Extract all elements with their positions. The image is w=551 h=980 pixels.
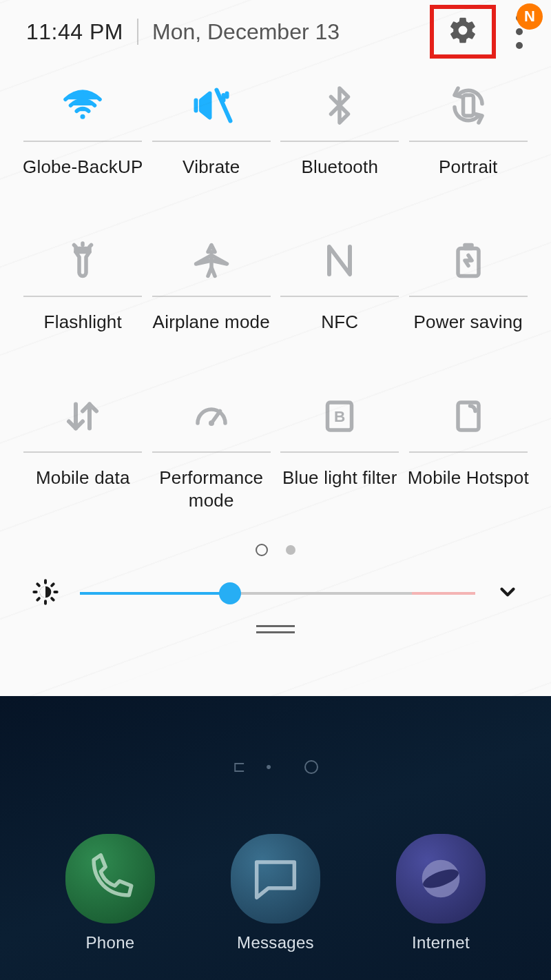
rotate-icon [409,70,528,141]
data-arrows-icon [23,381,142,451]
tile-nfc[interactable]: NFC [279,225,401,334]
tile-label: Performance mode [151,467,273,513]
vibrate-icon [152,70,271,141]
home-indicator-glyph: ⊏ • [233,758,280,776]
app-label: Messages [237,933,314,952]
tile-label: Airplane mode [153,311,270,334]
app-phone[interactable]: Phone [65,834,155,952]
home-page-dot [304,760,318,774]
wifi-icon [23,70,142,141]
panel-header: 11:44 PM Mon, December 13 N [0,0,551,63]
bluetooth-icon [280,70,399,141]
home-page-indicator[interactable]: ⊏ • [0,696,551,776]
page-dot [286,545,295,555]
notification-badge: N [517,3,543,30]
brightness-slider[interactable] [80,582,475,604]
battery-recycle-icon [409,225,528,296]
quick-settings-panel: 11:44 PM Mon, December 13 N [0,0,551,696]
app-label: Phone [86,933,135,952]
blue-light-icon: B [280,381,399,451]
tile-rotation[interactable]: Portrait [408,70,530,178]
tile-sound[interactable]: Vibrate [151,70,273,178]
svg-text:B: B [334,407,345,425]
brightness-icon [32,578,59,609]
tile-mobile-data[interactable]: Mobile data [22,381,144,513]
clock-time: 11:44 PM [26,19,123,45]
panel-drag-handle[interactable] [256,625,295,633]
tile-power-saving[interactable]: Power saving [408,225,530,334]
tile-blue-light[interactable]: B Blue light filter [279,381,401,513]
clock-date: Mon, December 13 [152,19,340,45]
tile-label: Mobile data [36,467,130,489]
gauge-icon [152,381,271,451]
app-messages[interactable]: Messages [231,834,320,952]
messages-icon [231,834,320,923]
page-dot-current [256,544,268,556]
flashlight-icon [23,225,142,296]
tile-label: Bluetooth [301,156,378,178]
tile-label: Vibrate [183,156,240,178]
expand-brightness-button[interactable] [496,580,519,606]
tile-label: Blue light filter [282,467,397,489]
gear-icon [448,15,478,48]
tile-wifi[interactable]: Globe-BackUP [22,70,144,178]
tile-label: Power saving [414,311,523,334]
tile-flashlight[interactable]: Flashlight [22,225,144,334]
page-indicator[interactable] [0,544,551,556]
internet-icon [396,834,486,923]
tile-label: NFC [321,311,358,334]
overflow-button[interactable]: N [508,13,530,50]
quick-tiles-grid: Globe-BackUP Vibrate Bluetooth [0,63,551,512]
tile-label: Globe-BackUP [23,156,143,178]
tile-airplane[interactable]: Airplane mode [151,225,273,334]
dock: Phone Messages Internet [0,834,551,952]
tile-performance[interactable]: Performance mode [151,381,273,513]
svg-point-0 [81,114,85,119]
brightness-row [0,578,551,609]
header-divider [137,19,138,45]
nfc-icon [280,225,399,296]
airplane-icon [152,225,271,296]
app-label: Internet [412,933,470,952]
tile-bluetooth[interactable]: Bluetooth [279,70,401,178]
app-internet[interactable]: Internet [396,834,486,952]
tile-label: Mobile Hotspot [408,467,529,489]
tile-label: Flashlight [44,311,122,334]
hotspot-icon [409,381,528,451]
svg-rect-1 [463,95,473,116]
phone-icon [65,834,155,923]
tile-label: Portrait [439,156,497,178]
home-screen: ⊏ • Phone Messages Inte [0,696,551,980]
settings-button[interactable] [430,5,496,59]
tile-hotspot[interactable]: Mobile Hotspot [408,381,530,513]
